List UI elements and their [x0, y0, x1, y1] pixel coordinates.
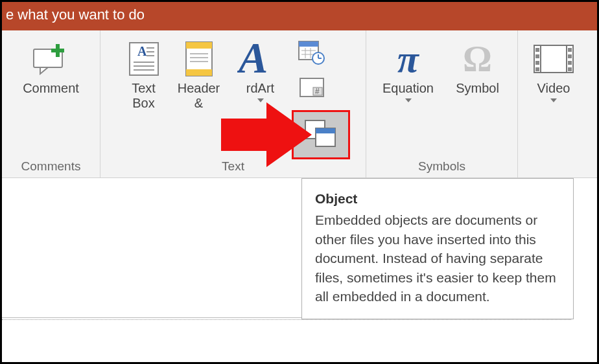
slide-number-icon: # — [298, 76, 326, 103]
date-time-icon — [298, 39, 326, 67]
svg-rect-42 — [568, 61, 572, 65]
svg-rect-13 — [186, 69, 212, 76]
svg-rect-19 — [299, 41, 318, 47]
svg-rect-40 — [568, 48, 572, 52]
header-footer-button[interactable]: Header & — [169, 36, 229, 111]
document-area — [2, 178, 597, 362]
svg-text:#: # — [315, 87, 320, 96]
header-footer-icon — [183, 37, 215, 81]
object-icon — [303, 118, 339, 152]
video-label: Video — [537, 81, 570, 102]
tell-me-text: e what you want to do — [6, 6, 145, 23]
object-button[interactable] — [294, 112, 348, 157]
svg-rect-37 — [535, 54, 539, 58]
group-comments-label: Comments — [21, 159, 81, 174]
slide-placeholder[interactable] — [2, 203, 466, 318]
svg-rect-32 — [316, 128, 335, 133]
svg-rect-2 — [51, 49, 64, 52]
textbox-button[interactable]: A Text Box — [119, 36, 169, 111]
svg-rect-41 — [568, 54, 572, 58]
equation-button[interactable]: π Equation — [373, 36, 444, 102]
equation-label: Equation — [382, 81, 434, 102]
symbol-button[interactable]: Ω Symbol — [444, 36, 511, 96]
symbol-icon: Ω — [463, 37, 492, 81]
wordart-label: rdArt — [246, 81, 274, 102]
group-symbols: π Equation Ω Symbol Symbols — [366, 30, 518, 177]
video-button[interactable]: Video — [523, 36, 585, 102]
textbox-icon: A — [128, 37, 159, 81]
svg-rect-12 — [186, 42, 212, 49]
svg-rect-38 — [535, 61, 539, 65]
group-text-label: Text — [222, 159, 244, 174]
group-symbols-label: Symbols — [418, 159, 465, 174]
symbol-label: Symbol — [456, 81, 499, 96]
svg-text:A: A — [237, 38, 268, 80]
group-text: A Text Box — [100, 30, 366, 177]
comment-button[interactable]: Comment — [18, 36, 84, 96]
video-icon — [533, 37, 574, 81]
group-comments: Comment Comments — [2, 30, 100, 177]
ribbon: Comment Comments A — [2, 30, 597, 178]
svg-rect-39 — [535, 67, 539, 71]
comment-icon — [31, 37, 70, 81]
slide-boundary — [2, 319, 571, 320]
svg-rect-43 — [568, 67, 572, 71]
equation-icon: π — [397, 37, 419, 81]
group-media: Video — [518, 30, 589, 177]
svg-text:A: A — [137, 44, 147, 58]
svg-rect-36 — [535, 48, 539, 52]
textbox-label: Text Box — [132, 81, 156, 111]
tell-me-bar[interactable]: e what you want to do — [2, 2, 597, 30]
wordart-icon: A — [237, 37, 284, 81]
wordart-button[interactable]: A rdArt — [229, 36, 292, 102]
comment-label: Comment — [23, 81, 79, 96]
header-footer-label: Header & — [178, 81, 220, 111]
date-time-button[interactable] — [294, 37, 330, 69]
slide-number-button[interactable]: # — [294, 73, 330, 106]
